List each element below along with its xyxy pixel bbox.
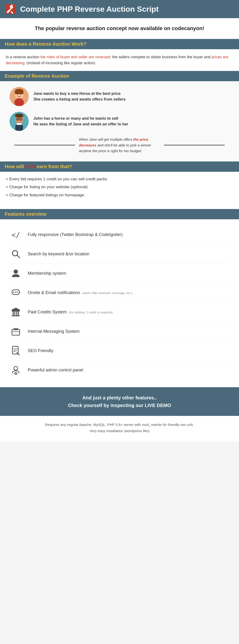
feature-messaging: Internal Messaging System <box>10 322 229 341</box>
jane-row: Jane wants to buy a new Horse at the bes… <box>10 87 229 106</box>
svg-rect-36 <box>14 312 15 315</box>
price-line-left <box>14 145 75 146</box>
feature-search: Search by keyword &/or location <box>10 244 229 264</box>
requirements-section: Requires any regular Apache, MySQL, PHP … <box>0 416 239 442</box>
earn-item-2: + Charge for listing on your website (op… <box>6 184 233 190</box>
svg-point-46 <box>17 352 18 354</box>
price-quote: When Jane will get multiple offers the p… <box>10 137 229 154</box>
svg-rect-32 <box>12 310 20 312</box>
earn-list: + Every bid requires 1 credit so you can… <box>0 172 239 204</box>
feature-search-label: Search by keyword &/or location <box>28 252 89 256</box>
svg-point-14 <box>15 114 24 118</box>
svg-rect-38 <box>18 312 19 315</box>
john-avatar <box>10 112 29 131</box>
cta-text: And just a plenty other features.. Check… <box>10 394 229 409</box>
feature-seo: SEO Friendly <box>10 341 229 360</box>
subtitle-section: The popular reverse auction concept now … <box>0 18 239 39</box>
page-header: Complete PHP Reverse Auction Script <box>0 0 239 18</box>
jane-avatar <box>10 87 29 106</box>
section1-bar: How does a Reverse Auction Work? <box>0 39 239 49</box>
svg-point-47 <box>14 366 18 370</box>
svg-text:</>: </> <box>12 231 21 239</box>
price-quote-text: When Jane will get multiple offers the p… <box>79 137 160 154</box>
spacer1 <box>0 204 239 209</box>
notification-icon <box>10 286 22 299</box>
feature-messaging-label: Internal Messaging System <box>28 329 80 334</box>
john-row: John has a horse or many and he wants to… <box>10 112 229 131</box>
svg-rect-39 <box>12 330 20 335</box>
seo-icon <box>10 344 22 357</box>
svg-rect-33 <box>12 310 20 310</box>
code-icon: </> <box>10 228 22 241</box>
features-list: </> Fully responsive (Twitter Bootstrap … <box>0 219 239 387</box>
svg-rect-20 <box>15 125 23 131</box>
subtitle-text: The popular reverse auction concept now … <box>10 25 229 32</box>
person-icon <box>10 267 22 280</box>
example-section: Jane wants to buy a new Horse at the bes… <box>0 81 239 162</box>
page-title: Complete PHP Reverse Auction Script <box>20 5 159 14</box>
search-icon <box>10 248 22 260</box>
section2-bar: Example of Reverse Auction <box>0 71 239 81</box>
svg-point-26 <box>14 270 18 274</box>
feature-seo-label: SEO Friendly <box>28 348 53 353</box>
feature-responsive: </> Fully responsive (Twitter Bootstrap … <box>10 225 229 244</box>
svg-point-29 <box>15 292 17 293</box>
price-line-right <box>164 145 225 146</box>
feature-responsive-label: Fully responsive (Twitter Bootstrap & Co… <box>28 232 123 237</box>
requirements-text: Requires any regular Apache, MySQL, PHP … <box>7 422 232 434</box>
feature-admin: Powerful admin control panel <box>10 360 229 380</box>
svg-point-10 <box>17 94 18 94</box>
feature-notifications-label: Onsite & Email notifications (when offer… <box>28 290 132 295</box>
feature-admin-label: Powerful admin control panel <box>28 368 83 373</box>
earn-item-3: + Charge for featured listings on homepa… <box>6 192 233 198</box>
svg-point-21 <box>17 119 18 120</box>
svg-marker-34 <box>12 308 20 310</box>
section1-title: How does a Reverse Auction Work? <box>5 41 86 46</box>
svg-point-11 <box>20 94 21 94</box>
earn-item-1: + Every bid requires 1 credit so you can… <box>6 176 233 182</box>
message-icon <box>10 325 22 338</box>
feature-credits: Paid Credits System (for bidding, 1 cred… <box>10 302 229 322</box>
feature-credits-label: Paid Credits System (for bidding, 1 cred… <box>28 310 113 314</box>
svg-rect-37 <box>16 312 17 315</box>
svg-point-28 <box>13 292 15 293</box>
jane-text: Jane wants to buy a new Horse at the bes… <box>34 91 125 102</box>
gavel-icon <box>5 3 16 15</box>
svg-point-22 <box>21 119 21 120</box>
section2-title: Example of Reverse Auction <box>5 73 69 78</box>
svg-point-30 <box>17 292 19 293</box>
admin-icon <box>10 364 22 376</box>
feature-membership-label: Membership system <box>28 271 66 276</box>
cta-section: And just a plenty other features.. Check… <box>0 387 239 416</box>
section3-bar: How will YOU earn from that? <box>0 162 239 172</box>
svg-line-25 <box>17 255 20 258</box>
feature-notifications: Onsite & Email notifications (when offer… <box>10 283 229 302</box>
svg-rect-8 <box>15 91 24 94</box>
john-text: John has a horse or many and he wants to… <box>34 116 128 127</box>
how-it-works-content: In a reverse auction the roles of buyer … <box>0 49 239 71</box>
how-text: In a reverse auction the roles of buyer … <box>6 54 233 66</box>
section3-title: How will YOU earn from that? <box>5 164 72 169</box>
section4-bar: Features overview <box>0 209 239 219</box>
bank-icon <box>10 306 22 318</box>
svg-rect-31 <box>12 315 20 316</box>
section4-title: Features overview <box>5 212 47 217</box>
feature-membership: Membership system <box>10 264 229 283</box>
svg-rect-35 <box>13 312 14 315</box>
